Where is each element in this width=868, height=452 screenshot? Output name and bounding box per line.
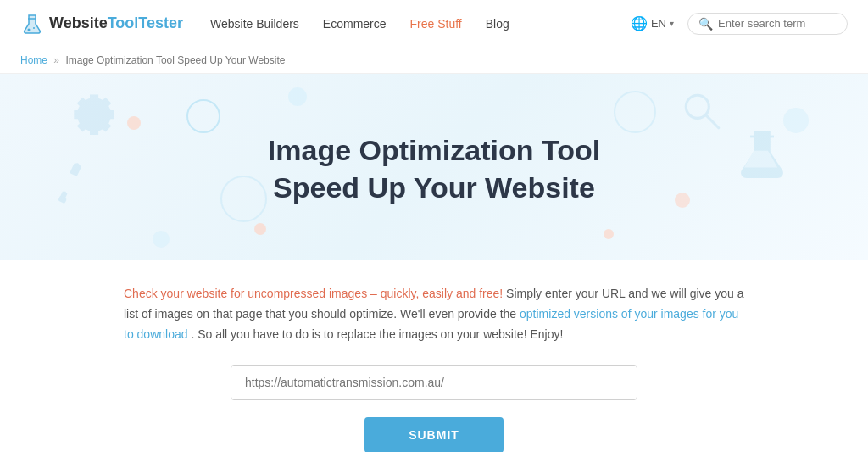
deco-magnifier-icon bbox=[680, 89, 724, 133]
logo-icon bbox=[20, 12, 44, 36]
svg-point-1 bbox=[28, 28, 31, 31]
hero-title-line1: Image Optimization Tool bbox=[268, 134, 600, 166]
description-part2: We'll even provide the bbox=[400, 307, 520, 321]
nav-ecommerce[interactable]: Ecommerce bbox=[323, 17, 387, 31]
chevron-down-icon: ▾ bbox=[670, 19, 674, 28]
description-part3: . So all you have to do is to replace th… bbox=[191, 327, 563, 341]
deco-gear-icon bbox=[59, 82, 120, 143]
submit-container: SUBMIT bbox=[124, 417, 744, 452]
search-icon: 🔍 bbox=[698, 17, 713, 31]
deco-circle-10 bbox=[153, 231, 170, 248]
breadcrumb-separator: » bbox=[53, 54, 59, 66]
breadcrumb-home[interactable]: Home bbox=[20, 54, 47, 66]
breadcrumb: Home » Image Optimization Tool Speed Up … bbox=[0, 47, 868, 74]
hero-title: Image Optimization Tool Speed Up Your We… bbox=[268, 131, 600, 206]
svg-line-6 bbox=[706, 115, 719, 128]
breadcrumb-current: Image Optimization Tool Speed Up Your We… bbox=[65, 54, 285, 66]
url-input[interactable] bbox=[231, 365, 637, 400]
hero-section: Image Optimization Tool Speed Up Your We… bbox=[0, 74, 868, 260]
search-input[interactable] bbox=[718, 17, 837, 30]
svg-rect-3 bbox=[58, 195, 67, 204]
description-text: Check your website for uncompressed imag… bbox=[124, 284, 744, 344]
logo-tool-text: Tool bbox=[108, 14, 139, 32]
deco-circle-6 bbox=[614, 91, 656, 133]
deco-circle-9 bbox=[604, 229, 614, 239]
logo[interactable]: WebsiteToolTester bbox=[20, 12, 183, 36]
url-input-container bbox=[124, 365, 744, 400]
site-header: WebsiteToolTester Website Builders Ecomm… bbox=[0, 0, 868, 47]
globe-icon: 🌐 bbox=[631, 15, 648, 31]
search-box[interactable]: 🔍 bbox=[687, 13, 848, 35]
nav-website-builders[interactable]: Website Builders bbox=[210, 17, 299, 31]
deco-flask-icon bbox=[732, 125, 792, 184]
main-nav: Website Builders Ecommerce Free Stuff Bl… bbox=[210, 17, 509, 31]
deco-circle-2 bbox=[288, 87, 307, 106]
main-content: Check your website for uncompressed imag… bbox=[103, 260, 765, 452]
svg-point-2 bbox=[33, 27, 35, 29]
description-highlight-red: Check your website for uncompressed imag… bbox=[124, 287, 503, 300]
logo-website-text: Website bbox=[49, 14, 108, 32]
hero-title-line2: Speed Up Your Website bbox=[273, 171, 595, 204]
deco-wrench-icon bbox=[40, 152, 99, 211]
deco-circle-4 bbox=[220, 176, 267, 222]
language-selector[interactable]: 🌐 EN ▾ bbox=[631, 15, 674, 31]
logo-tester-text: Tester bbox=[138, 14, 183, 32]
submit-button[interactable]: SUBMIT bbox=[364, 417, 504, 452]
svg-point-5 bbox=[686, 95, 709, 118]
logo-nav-group: WebsiteToolTester Website Builders Ecomm… bbox=[20, 12, 509, 36]
nav-free-stuff[interactable]: Free Stuff bbox=[410, 17, 462, 31]
deco-circle-5 bbox=[254, 223, 266, 235]
deco-circle-3 bbox=[127, 116, 141, 130]
deco-circle-7 bbox=[675, 193, 690, 208]
nav-blog[interactable]: Blog bbox=[486, 17, 509, 31]
deco-circle-1 bbox=[186, 99, 220, 133]
deco-circle-8 bbox=[783, 108, 809, 133]
lang-label: EN bbox=[651, 17, 666, 30]
header-right: 🌐 EN ▾ 🔍 bbox=[631, 13, 848, 35]
